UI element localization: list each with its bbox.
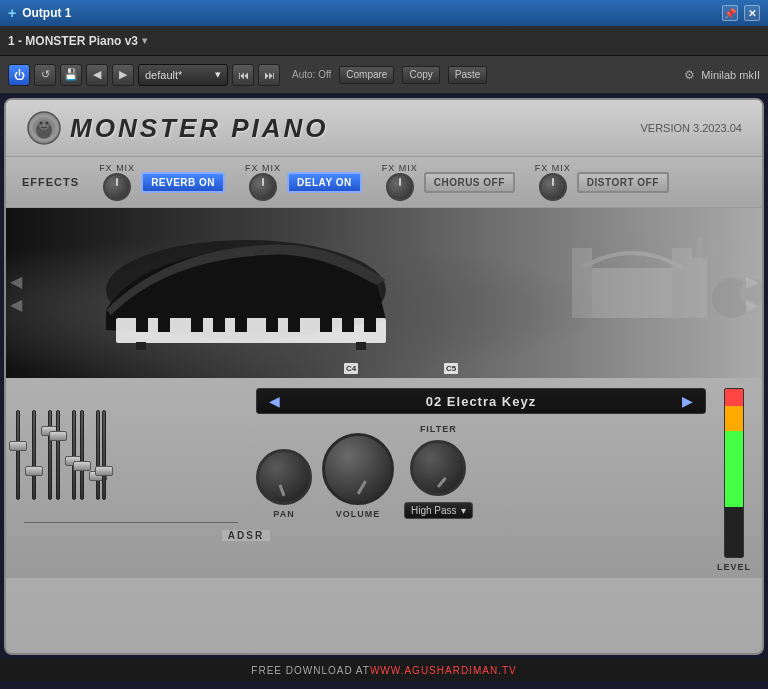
version-text: VERSION 3.2023.04: [640, 122, 742, 134]
fader-3a-track[interactable]: [48, 410, 52, 500]
delay-group: FX MIX DELAY ON: [245, 163, 362, 201]
fader-4a-track[interactable]: [72, 410, 76, 500]
level-fill: [725, 507, 743, 557]
fader-2-track[interactable]: [32, 410, 36, 500]
reverb-fxmix-label: FX MIX: [99, 163, 135, 173]
volume-knob-group: VOLUME: [322, 433, 394, 519]
svg-rect-15: [320, 318, 332, 332]
svg-rect-8: [136, 318, 148, 332]
footer: FREE DOWNLOAD AT WWW.AGUSHARDIMAN.TV: [0, 659, 768, 681]
svg-rect-22: [672, 248, 692, 318]
distort-fxmix-knob[interactable]: [539, 173, 567, 201]
piano-image-area: ◀ ◀ ▶ ▶ C4 C5: [6, 208, 762, 378]
close-button[interactable]: ✕: [744, 5, 760, 21]
svg-rect-21: [572, 248, 592, 318]
delay-fxmix-knob[interactable]: [249, 173, 277, 201]
prev-button[interactable]: ◀: [86, 64, 108, 86]
filter-dropdown-arrow: ▾: [461, 505, 466, 516]
power-button[interactable]: ⏻: [8, 64, 30, 86]
distort-fxmix-label: FX MIX: [535, 163, 571, 173]
effects-section: EFFECTS FX MIX REVERB ON FX MIX DELAY ON…: [6, 157, 762, 208]
svg-rect-13: [266, 318, 278, 332]
fader-5b-thumb[interactable]: [95, 466, 113, 476]
filter-type-dropdown[interactable]: High Pass ▾: [404, 502, 473, 519]
instrument-bar: 1 - MONSTER Piano v3 ▾: [0, 26, 768, 56]
pan-indicator: [278, 484, 285, 496]
instrument-dropdown-arrow: ▾: [142, 35, 147, 46]
fader-2-thumb[interactable]: [25, 466, 43, 476]
chorus-fxmix-knob[interactable]: [386, 173, 414, 201]
jump-start-button[interactable]: ⏮: [232, 64, 254, 86]
fader-5b-track[interactable]: [102, 410, 106, 500]
pan-label: PAN: [273, 509, 294, 519]
compare-button[interactable]: Compare: [339, 66, 394, 84]
settings-icon[interactable]: ⚙: [684, 68, 695, 82]
fader-5a-track[interactable]: [96, 410, 100, 500]
filter-knob[interactable]: [410, 440, 466, 496]
piano-right-arrows[interactable]: ▶ ▶: [746, 272, 758, 314]
preset-prev-button[interactable]: ◀: [265, 393, 284, 409]
undo-button[interactable]: ↺: [34, 64, 56, 86]
piano-left-arrows[interactable]: ◀ ◀: [10, 272, 22, 314]
fader-1-track[interactable]: [16, 410, 20, 500]
footer-url[interactable]: WWW.AGUSHARDIMAN.TV: [370, 665, 517, 676]
svg-rect-10: [191, 318, 203, 332]
svg-rect-14: [288, 318, 300, 332]
svg-point-4: [46, 122, 49, 125]
knobs-row: PAN VOLUME FILTER Hi: [256, 420, 706, 523]
fader-3b-track[interactable]: [56, 410, 60, 500]
reverb-group: FX MIX REVERB ON: [99, 163, 225, 201]
lion-logo-icon: [26, 110, 62, 146]
plugin-title-text: MONSTER PIANO: [70, 113, 329, 144]
pin-button[interactable]: 📌: [722, 5, 738, 21]
adsr-section: ADSR: [16, 388, 246, 572]
instrument-selector[interactable]: 1 - MONSTER Piano v3 ▾: [8, 34, 147, 48]
fader-1-thumb[interactable]: [9, 441, 27, 451]
volume-knob[interactable]: [322, 433, 394, 505]
adsr-label: ADSR: [222, 530, 270, 541]
volume-indicator: [357, 480, 367, 494]
reverb-fxmix-knob[interactable]: [103, 173, 131, 201]
reverb-button[interactable]: REVERB ON: [141, 172, 225, 193]
svg-rect-11: [213, 318, 225, 332]
preset-next-button[interactable]: ▶: [678, 393, 697, 409]
svg-rect-19: [356, 342, 366, 350]
plugin-header: MONSTER PIANO VERSION 3.2023.04: [6, 100, 762, 157]
preset-selector[interactable]: default* ▾: [138, 64, 228, 86]
add-output-icon[interactable]: +: [8, 5, 16, 21]
level-label: LEVEL: [717, 562, 751, 572]
footer-prefix: FREE DOWNLOAD AT: [251, 665, 370, 676]
adsr-fader-2: [32, 410, 36, 500]
filter-label: FILTER: [420, 424, 457, 434]
plugin-logo: MONSTER PIANO: [26, 110, 329, 146]
pan-knob[interactable]: [256, 449, 312, 505]
background-scene-svg: [512, 218, 762, 318]
level-meter: LEVEL: [716, 388, 752, 572]
delay-button[interactable]: DELAY ON: [287, 172, 362, 193]
svg-rect-9: [158, 318, 170, 332]
instrument-name-text: 1 - MONSTER Piano v3: [8, 34, 138, 48]
jump-end-button[interactable]: ⏭: [258, 64, 280, 86]
svg-rect-12: [235, 318, 247, 332]
sound-controls: ◀ 02 Electra Keyz ▶ PAN V: [256, 388, 706, 572]
level-bar: [724, 388, 744, 558]
title-bar: + Output 1 📌 ✕: [0, 0, 768, 26]
paste-button[interactable]: Paste: [448, 66, 488, 84]
svg-rect-18: [136, 342, 146, 350]
save-button[interactable]: 💾: [60, 64, 82, 86]
chorus-fxmix-label: FX MIX: [382, 163, 418, 173]
fader-4b-track[interactable]: [80, 410, 84, 500]
fader-3b-thumb[interactable]: [49, 431, 67, 441]
adsr-fader-pair-3: [48, 410, 60, 500]
next-button[interactable]: ▶: [112, 64, 134, 86]
preset-name-display: 02 Electra Keyz: [288, 394, 674, 409]
distort-button[interactable]: DISTORT OFF: [577, 172, 669, 193]
fader-4b-thumb[interactable]: [73, 461, 91, 471]
copy-button[interactable]: Copy: [402, 66, 439, 84]
distort-group: FX MIX DISTORT OFF: [535, 163, 669, 201]
chorus-button[interactable]: CHORUS OFF: [424, 172, 515, 193]
toolbar: ⏻ ↺ 💾 ◀ ▶ default* ▾ ⏮ ⏭ Auto: Off Compa…: [0, 56, 768, 94]
effects-label: EFFECTS: [22, 176, 79, 188]
plugin-body: MONSTER PIANO VERSION 3.2023.04 EFFECTS …: [4, 98, 764, 655]
c5-key-marker: C5: [444, 363, 458, 374]
